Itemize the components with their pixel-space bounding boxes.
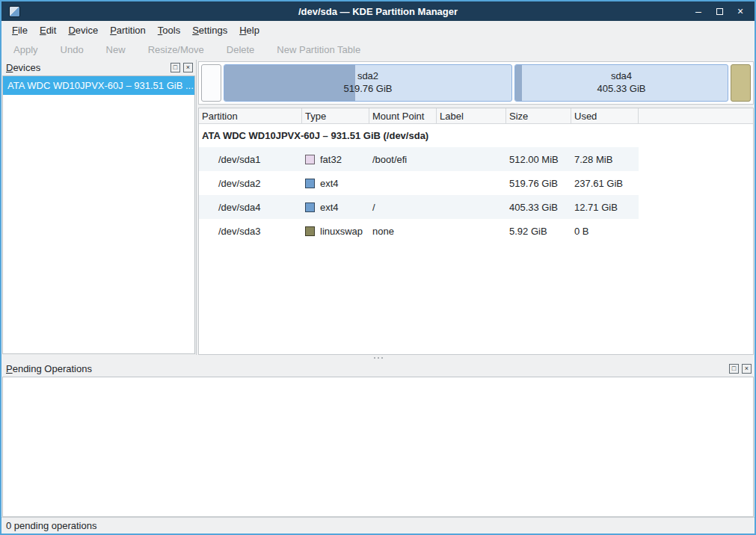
cell-partition: /dev/sda2 xyxy=(199,178,302,189)
filesystem-color-icon xyxy=(305,202,315,212)
table-row[interactable]: /dev/sda1 fat32 /boot/efi 512.00 MiB 7.2… xyxy=(199,147,639,171)
column-header-partition[interactable]: Partition xyxy=(199,108,302,123)
devices-float-button[interactable]: □ xyxy=(170,63,180,72)
partition-segment-label: sda2 519.76 GiB xyxy=(343,70,392,96)
window-controls: – × xyxy=(692,4,747,18)
devices-list: ATA WDC WD10JPVX-60J – 931.51 GiB ... xyxy=(2,75,195,354)
float-icon: □ xyxy=(173,64,177,71)
minimize-icon: – xyxy=(695,6,701,16)
table-body: ATA WDC WD10JPVX-60J – 931.51 GiB (/dev/… xyxy=(199,124,639,243)
new-partition-table-button[interactable]: New Partition Table xyxy=(277,44,360,55)
cell-used: 12.71 GiB xyxy=(571,202,639,213)
statusbar: 0 pending operations xyxy=(1,517,755,534)
cell-partition: /dev/sda3 xyxy=(199,226,302,237)
new-button[interactable]: New xyxy=(106,44,126,55)
used-space-indicator xyxy=(515,65,522,101)
filesystem-type: linuxswap xyxy=(320,226,363,237)
cell-used: 7.28 MiB xyxy=(571,154,639,165)
resize-move-button[interactable]: Resize/Move xyxy=(148,44,204,55)
menubar: File Edit Device Partition Tools Setting… xyxy=(1,21,755,39)
cell-used: 0 B xyxy=(571,226,639,237)
main-area: Devices □ × ATA WDC WD10JPVX-60J – 931.5… xyxy=(1,60,755,355)
devices-panel: Devices □ × ATA WDC WD10JPVX-60J – 931.5… xyxy=(1,60,197,355)
column-header-label[interactable]: Label xyxy=(437,108,506,123)
cell-mount-point: / xyxy=(369,202,437,213)
column-header-used[interactable]: Used xyxy=(571,108,639,123)
horizontal-splitter[interactable] xyxy=(1,355,755,361)
devices-panel-header: Devices □ × xyxy=(1,60,196,75)
close-icon: × xyxy=(186,64,190,71)
devices-close-button[interactable]: × xyxy=(183,63,193,72)
float-icon: □ xyxy=(732,365,736,372)
cell-size: 512.00 MiB xyxy=(506,154,571,165)
cell-partition: /dev/sda1 xyxy=(199,154,302,165)
device-item[interactable]: ATA WDC WD10JPVX-60J – 931.51 GiB ... xyxy=(3,76,194,95)
menu-settings[interactable]: Settings xyxy=(186,22,233,38)
close-icon: × xyxy=(745,365,749,372)
right-pane: sda2 519.76 GiB sda4 405.33 GiB Partitio… xyxy=(197,60,755,355)
apply-button[interactable]: Apply xyxy=(13,44,38,55)
column-header-filler xyxy=(639,108,753,123)
undo-button[interactable]: Undo xyxy=(61,44,84,55)
toolbar: Apply Undo New Resize/Move Delete New Pa… xyxy=(1,39,755,60)
partition-segment-sda1[interactable] xyxy=(201,64,221,102)
filesystem-type: ext4 xyxy=(320,178,339,189)
window-title: /dev/sda — KDE Partition Manager xyxy=(1,6,755,17)
titlebar: /dev/sda — KDE Partition Manager – × xyxy=(1,1,755,21)
partition-segment-sda4[interactable]: sda4 405.33 GiB xyxy=(514,64,728,102)
device-group-row[interactable]: ATA WDC WD10JPVX-60J – 931.51 GiB (/dev/… xyxy=(199,124,639,147)
close-button[interactable]: × xyxy=(734,4,747,18)
partition-size: 519.76 GiB xyxy=(343,83,392,96)
column-header-type[interactable]: Type xyxy=(302,108,369,123)
filesystem-type: ext4 xyxy=(320,202,339,213)
delete-button[interactable]: Delete xyxy=(227,44,255,55)
cell-size: 5.92 GiB xyxy=(506,226,571,237)
menu-tools[interactable]: Tools xyxy=(152,22,186,38)
filesystem-color-icon xyxy=(305,155,315,164)
menu-file[interactable]: File xyxy=(6,22,34,38)
column-header-mount-point[interactable]: Mount Point xyxy=(369,108,437,123)
partition-bar: sda2 519.76 GiB sda4 405.33 GiB xyxy=(198,61,754,105)
cell-size: 405.33 GiB xyxy=(506,202,571,213)
filesystem-type: fat32 xyxy=(320,154,342,165)
menu-edit[interactable]: Edit xyxy=(34,22,62,38)
menu-partition[interactable]: Partition xyxy=(104,22,152,38)
partition-segment-sda3[interactable] xyxy=(731,64,751,102)
menu-help[interactable]: Help xyxy=(233,22,265,38)
cell-type: linuxswap xyxy=(302,226,369,237)
restore-icon xyxy=(716,8,723,15)
table-row[interactable]: /dev/sda4 ext4 / 405.33 GiB 12.71 GiB xyxy=(199,195,639,219)
app-icon[interactable] xyxy=(9,6,20,17)
table-row[interactable]: /dev/sda2 ext4 519.76 GiB 237.61 GiB xyxy=(199,171,639,195)
partition-table: Partition Type Mount Point Label Size Us… xyxy=(198,108,754,355)
devices-panel-title: Devices xyxy=(6,62,40,73)
used-space-indicator xyxy=(224,65,355,101)
column-header-size[interactable]: Size xyxy=(506,108,571,123)
filesystem-color-icon xyxy=(305,179,315,188)
pending-operations-header: Pending Operations □ × xyxy=(1,361,755,377)
cell-used: 237.61 GiB xyxy=(571,178,639,189)
filesystem-color-icon xyxy=(305,226,315,236)
pending-close-button[interactable]: × xyxy=(742,364,752,374)
splitter-handle-icon xyxy=(374,357,375,359)
cell-size: 519.76 GiB xyxy=(506,178,571,189)
partition-segment-sda2[interactable]: sda2 519.76 GiB xyxy=(224,64,512,102)
cell-mount-point: /boot/efi xyxy=(369,154,437,165)
minimize-button[interactable]: – xyxy=(692,4,705,18)
cell-type: fat32 xyxy=(302,154,369,165)
menu-device[interactable]: Device xyxy=(62,22,104,38)
table-header: Partition Type Mount Point Label Size Us… xyxy=(199,108,753,124)
pending-operations-list xyxy=(2,377,754,517)
pending-float-button[interactable]: □ xyxy=(729,364,739,374)
cell-type: ext4 xyxy=(302,202,369,213)
pending-operations-title: Pending Operations xyxy=(6,363,92,374)
partition-size: 405.33 GiB xyxy=(597,83,645,96)
table-row[interactable]: /dev/sda3 linuxswap none 5.92 GiB 0 B xyxy=(199,219,639,243)
close-icon: × xyxy=(737,6,743,16)
partition-segment-label: sda4 405.33 GiB xyxy=(597,70,645,96)
restore-button[interactable] xyxy=(713,4,726,18)
cell-partition: /dev/sda4 xyxy=(199,202,302,213)
pending-operations-count: 0 pending operations xyxy=(6,520,96,531)
cell-type: ext4 xyxy=(302,178,369,189)
partition-name: sda2 xyxy=(343,70,392,83)
